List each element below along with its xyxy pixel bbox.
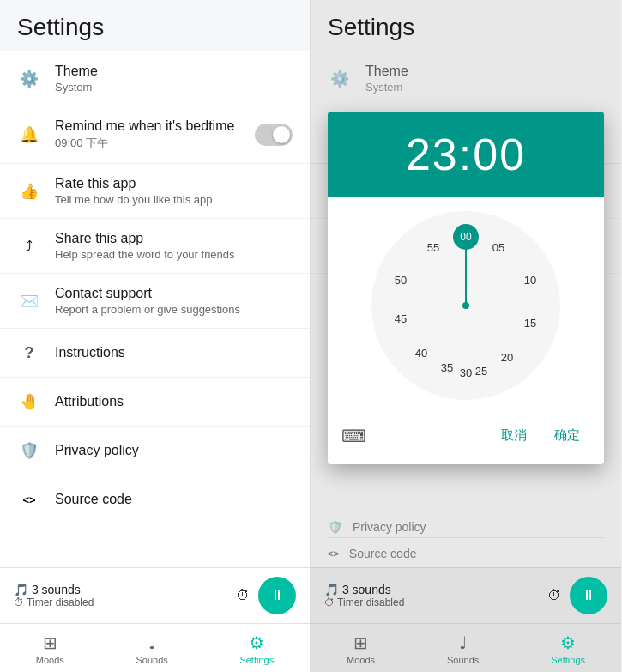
left-nav-sounds[interactable]: ♩ Sounds [118, 629, 184, 669]
bedtime-toggle[interactable] [255, 124, 293, 146]
right-nav-bar: ⊞ Moods ♩ Sounds ⚙ Settings [311, 623, 621, 672]
right-settings-nav-icon: ⚙ [560, 633, 576, 653]
privacy-icon: 🛡️ [17, 439, 41, 463]
right-timer-label: ⏱ Timer disabled [324, 596, 547, 608]
left-nav-bar: ⊞ Moods ♩ Sounds ⚙ Settings [0, 623, 310, 672]
settings-item-rate[interactable]: 👍 Rate this app Tell me how do you like … [0, 164, 310, 219]
settings-item-source[interactable]: <> Source code [0, 475, 310, 524]
privacy-title: Privacy policy [55, 443, 293, 458]
left-timer-icon[interactable]: ⏱ [236, 588, 250, 603]
right-nav-sounds[interactable]: ♩ Sounds [430, 629, 496, 669]
clock-25[interactable]: 25 [475, 365, 487, 378]
cancel-button[interactable]: 取消 [491, 421, 537, 451]
right-settings-item-theme: ⚙️ Theme System [311, 51, 621, 106]
contact-subtitle: Report a problem or give suggestions [55, 303, 293, 316]
left-nav-moods[interactable]: ⊞ Moods [19, 629, 82, 669]
time-picker-header: 23:00 [328, 112, 604, 197]
right-panel: Settings ⚙️ Theme System 🔔 Remind me whe… [311, 0, 621, 672]
right-settings-nav-label: Settings [551, 655, 585, 665]
right-bottom-bar: 🎵 3 sounds ⏱ Timer disabled ⏱ ⏸ [311, 567, 621, 623]
moods-label: Moods [36, 655, 64, 665]
bedtime-subtitle: 09:00 下午 [55, 136, 255, 151]
time-picker-dialog[interactable]: 23:00 00 55 05 10 15 20 [328, 112, 604, 464]
settings-item-privacy[interactable]: 🛡️ Privacy policy [0, 427, 310, 475]
settings-item-bedtime[interactable]: 🔔 Remind me when it's bedtime 09:00 下午 [0, 106, 310, 164]
theme-title: Theme [55, 64, 293, 79]
attributions-title: Attributions [55, 394, 293, 409]
clock-face[interactable]: 00 55 05 10 15 20 25 30 35 40 [371, 211, 560, 400]
right-privacy-item: 🛡️ Privacy policy [328, 512, 604, 538]
settings-item-attributions[interactable]: 🤚 Attributions [0, 378, 310, 427]
clock-50[interactable]: 50 [395, 274, 407, 287]
right-moods-label: Moods [347, 655, 375, 665]
left-header: Settings [0, 0, 310, 51]
bedtime-icon: 🔔 [17, 123, 41, 147]
clock-center [462, 302, 469, 309]
right-theme-subtitle: System [365, 81, 604, 94]
time-picker-actions: ⌨ 取消 确定 [328, 414, 604, 464]
instructions-icon: ? [17, 341, 41, 365]
share-icon: ⤴ [17, 234, 41, 258]
right-theme-icon: ⚙️ [328, 67, 352, 91]
clock-35[interactable]: 35 [441, 361, 453, 374]
right-header: Settings [311, 0, 621, 51]
theme-icon: ⚙️ [17, 67, 41, 91]
clock-active-marker: 00 [453, 224, 479, 250]
left-nav-settings[interactable]: ⚙ Settings [222, 629, 291, 669]
clock-55[interactable]: 55 [427, 241, 439, 254]
settings-item-instructions[interactable]: ? Instructions [0, 329, 310, 378]
source-icon: <> [17, 487, 41, 512]
clock-20[interactable]: 20 [501, 351, 513, 364]
contact-title: Contact support [55, 286, 293, 301]
settings-nav-icon: ⚙ [249, 633, 264, 653]
share-subtitle: Help spread the word to your friends [55, 248, 293, 261]
rate-icon: 👍 [17, 179, 41, 203]
right-timer-icon: ⏱ [547, 588, 561, 603]
left-sounds-label: 🎵 3 sounds [14, 583, 236, 596]
clock-10[interactable]: 10 [524, 274, 536, 287]
right-sounds-label: Sounds [447, 655, 479, 665]
rate-subtitle: Tell me how do you like this app [55, 193, 293, 206]
right-play-pause-button[interactable]: ⏸ [570, 577, 607, 614]
left-settings-list: ⚙️ Theme System 🔔 Remind me when it's be… [0, 51, 310, 567]
source-title: Source code [55, 492, 293, 507]
left-panel: Settings ⚙️ Theme System 🔔 Remind me whe… [0, 0, 311, 672]
right-nav-moods[interactable]: ⊞ Moods [329, 629, 392, 669]
bedtime-title: Remind me when it's bedtime [55, 118, 255, 134]
clock-05[interactable]: 05 [492, 241, 504, 254]
clock-container: 00 55 05 10 15 20 25 30 35 40 [328, 197, 604, 414]
right-moods-icon: ⊞ [353, 633, 368, 653]
left-timer-label: ⏱ Timer disabled [14, 596, 236, 608]
time-display: 23:00 [345, 129, 587, 180]
share-title: Share this app [55, 231, 293, 246]
clock-30[interactable]: 30 [460, 366, 472, 379]
settings-item-contact[interactable]: ✉️ Contact support Report a problem or g… [0, 274, 310, 329]
attributions-icon: 🤚 [17, 390, 41, 414]
moods-icon: ⊞ [43, 633, 57, 653]
right-sounds-label: 🎵 3 sounds [324, 583, 547, 596]
left-bottom-bar: 🎵 3 sounds ⏱ Timer disabled ⏱ ⏸ [0, 567, 310, 623]
settings-item-share[interactable]: ⤴ Share this app Help spread the word to… [0, 219, 310, 274]
right-theme-title: Theme [365, 64, 604, 79]
keyboard-icon[interactable]: ⌨ [341, 426, 366, 446]
right-title: Settings [328, 14, 604, 41]
rate-title: Rate this app [55, 176, 293, 191]
theme-subtitle: System [55, 81, 293, 94]
left-play-pause-button[interactable]: ⏸ [258, 577, 296, 614]
instructions-title: Instructions [55, 345, 293, 360]
settings-nav-label: Settings [239, 655, 274, 665]
clock-15[interactable]: 15 [524, 317, 536, 330]
sounds-icon: ♩ [148, 633, 156, 653]
clock-40[interactable]: 40 [415, 347, 427, 360]
confirm-button[interactable]: 确定 [544, 421, 590, 451]
sounds-label: Sounds [136, 655, 167, 665]
right-source-item: <> Source code [328, 538, 604, 564]
clock-45[interactable]: 45 [395, 312, 407, 325]
settings-item-theme[interactable]: ⚙️ Theme System [0, 51, 310, 106]
left-title: Settings [17, 14, 293, 41]
right-nav-settings[interactable]: ⚙ Settings [534, 629, 602, 669]
contact-icon: ✉️ [17, 289, 41, 313]
right-sounds-icon: ♩ [459, 633, 467, 653]
clock-hand [465, 244, 467, 306]
